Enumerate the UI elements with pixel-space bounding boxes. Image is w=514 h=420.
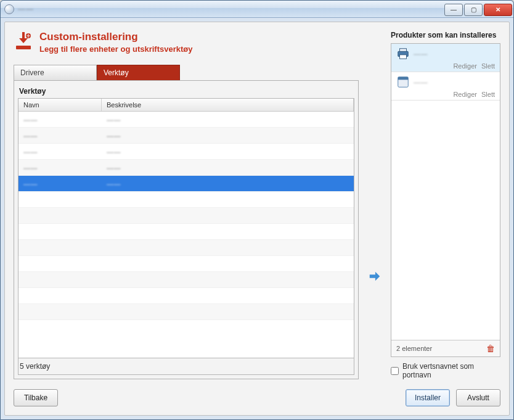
edit-link[interactable]: Rediger — [453, 91, 477, 98]
grid-footer: 5 verktøy — [18, 358, 354, 375]
app-icon — [4, 4, 14, 14]
back-button[interactable]: Tilbake — [14, 389, 58, 406]
tab-drivere[interactable]: Drivere — [14, 65, 97, 80]
table-row[interactable] — [18, 224, 354, 240]
page-header: Custom-installering Legg til flere enhet… — [14, 31, 359, 54]
window-controls: — ▢ ✕ — [444, 2, 513, 16]
add-arrow[interactable] — [367, 31, 382, 379]
svg-rect-0 — [16, 46, 31, 49]
install-list-footer: 2 elementer 🗑 — [391, 340, 500, 356]
table-row[interactable] — [18, 208, 354, 224]
table-row[interactable]: —— —— — [18, 160, 354, 176]
app-window: —— — ▢ ✕ — [0, 0, 514, 420]
hostname-checkbox-row[interactable]: Bruk vertsnavnet som portnavn — [391, 362, 500, 379]
delete-link[interactable]: Slett — [481, 91, 495, 98]
svg-rect-4 — [400, 55, 407, 59]
table-row[interactable] — [18, 240, 354, 256]
table-row[interactable]: —— —— — [18, 144, 354, 160]
hostname-checkbox-label: Bruk vertsnavnet som portnavn — [402, 362, 500, 379]
table-row[interactable]: —— —— — [18, 112, 354, 128]
install-button[interactable]: Installer — [406, 389, 450, 406]
table-row[interactable] — [18, 304, 354, 320]
svg-rect-6 — [398, 77, 409, 80]
page-title: Custom-installering — [39, 31, 193, 43]
col-navn[interactable]: Navn — [18, 99, 102, 111]
bottom-bar: Tilbake Installer Avslutt — [14, 389, 500, 406]
page-subtitle: Legg til flere enheter og utskriftsverkt… — [39, 44, 193, 54]
product-item-selected[interactable]: —— Rediger Slett — [391, 44, 500, 72]
window-title: —— — [18, 5, 34, 14]
tabs: Drivere Verktøy — [14, 65, 359, 80]
left-pane: Custom-installering Legg til flere enhet… — [14, 31, 359, 379]
printer-icon — [396, 47, 410, 60]
delete-link[interactable]: Slett — [481, 62, 495, 70]
content: Custom-installering Legg til flere enhet… — [14, 31, 500, 379]
header-texts: Custom-installering Legg til flere enhet… — [39, 31, 193, 54]
tools-panel: Verktøy Navn Beskrivelse —— —— — [14, 80, 359, 379]
minimize-button[interactable]: — — [444, 4, 463, 16]
table-row[interactable] — [18, 192, 354, 208]
grid-body: —— —— —— —— —— —— — [18, 112, 354, 358]
grid-header: Navn Beskrivelse — [18, 99, 354, 112]
trash-icon[interactable]: 🗑 — [486, 344, 495, 353]
tools-grid: Navn Beskrivelse —— —— —— —— — [18, 98, 354, 358]
svg-rect-3 — [400, 49, 407, 52]
col-beskrivelse[interactable]: Beskrivelse — [102, 99, 354, 111]
maximize-button[interactable]: ▢ — [464, 4, 483, 16]
quit-button[interactable]: Avslutt — [456, 389, 500, 406]
install-list: —— Rediger Slett — [391, 43, 500, 357]
product-item[interactable]: —— Rediger Slett — [391, 72, 500, 101]
section-label: Verktøy — [18, 87, 354, 96]
edit-link[interactable]: Rediger — [453, 62, 477, 70]
table-row[interactable]: —— —— — [18, 128, 354, 144]
install-list-title: Produkter som kan installeres — [391, 31, 500, 39]
client-area: Custom-installering Legg til flere enhet… — [4, 22, 510, 416]
table-row[interactable] — [18, 288, 354, 304]
tab-verktoy[interactable]: Verktøy — [97, 65, 180, 80]
hostname-checkbox[interactable] — [391, 367, 399, 375]
close-button[interactable]: ✕ — [484, 4, 512, 16]
install-list-body: —— Rediger Slett — [391, 44, 500, 340]
install-icon — [14, 31, 33, 51]
table-row[interactable] — [18, 256, 354, 272]
right-pane: Produkter som kan installeres —— Redi — [391, 31, 500, 379]
tool-icon — [396, 75, 410, 89]
titlebar[interactable]: —— — ▢ ✕ — [1, 1, 513, 18]
table-row[interactable] — [18, 272, 354, 288]
table-row-selected[interactable]: —— —— — [18, 176, 354, 192]
install-count: 2 elementer — [396, 345, 432, 352]
